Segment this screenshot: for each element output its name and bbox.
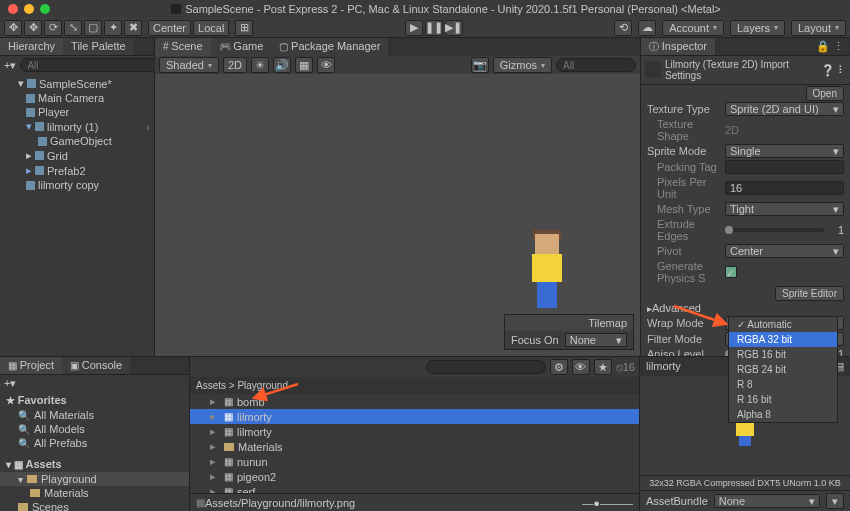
tilemap-overlay[interactable]: Tilemap Focus On None▾: [504, 314, 634, 350]
hidden-count: ⦸16: [616, 361, 635, 374]
shaded-dropdown[interactable]: Shaded: [159, 57, 219, 73]
tab-inspector[interactable]: ⓘ Inspector: [641, 38, 715, 55]
hierarchy-item[interactable]: lilmorty copy: [4, 178, 150, 192]
help-icon[interactable]: ❔ ⠇: [821, 64, 846, 77]
audio-toggle[interactable]: 🔊: [273, 57, 291, 73]
scale-tool-button[interactable]: ⤡: [64, 20, 82, 36]
tab-hierarchy[interactable]: Hierarchy: [0, 38, 63, 55]
asset-item[interactable]: ▦ pigeon2: [190, 469, 639, 484]
hierarchy-item[interactable]: ▸ Grid: [4, 148, 150, 163]
tab-scene[interactable]: # Scene: [155, 38, 211, 56]
rotate-tool-button[interactable]: ⟳: [44, 20, 62, 36]
extrude-slider[interactable]: [725, 228, 824, 232]
project-add-button[interactable]: +▾: [4, 377, 16, 390]
add-button[interactable]: +▾: [4, 59, 16, 72]
sprite-preview[interactable]: [525, 234, 569, 314]
assets-header[interactable]: ▾ ▦ Assets: [0, 456, 189, 472]
filter-icon[interactable]: ⚙: [550, 359, 568, 375]
folder-item[interactable]: ▾ Playground: [0, 472, 189, 486]
custom-tool-button[interactable]: ✖: [124, 20, 142, 36]
tab-tile-palette[interactable]: Tile Palette: [63, 38, 134, 55]
pivot-center-button[interactable]: Center: [148, 20, 191, 36]
transform-tool-button[interactable]: ✦: [104, 20, 122, 36]
snap-button[interactable]: ⊞: [235, 20, 253, 36]
hierarchy-item[interactable]: GameObject: [4, 134, 150, 148]
hand-tool-button[interactable]: ✥: [4, 20, 22, 36]
gen-physics-checkbox[interactable]: ✓: [725, 266, 737, 278]
step-button[interactable]: ▶❚: [445, 20, 463, 36]
tab-game[interactable]: 🎮 Game: [211, 38, 272, 56]
asset-item[interactable]: ▦ serf: [190, 484, 639, 493]
collab-button[interactable]: ⟲: [614, 20, 632, 36]
mesh-type-dropdown[interactable]: Tight▾: [725, 202, 844, 216]
assetbundle-variant-button[interactable]: ▾: [826, 493, 844, 509]
camera-button[interactable]: 📷: [471, 57, 489, 73]
format-option[interactable]: RGB 24 bit: [729, 362, 837, 377]
advanced-foldout[interactable]: ▸ Advanced: [641, 301, 850, 315]
hierarchy-item[interactable]: Main Camera: [4, 91, 150, 105]
tab-package-manager[interactable]: ▢ Package Manager: [271, 38, 388, 56]
gizmos-dropdown[interactable]: Gizmos: [493, 57, 552, 73]
asset-item[interactable]: ▦ bomb: [190, 394, 639, 409]
pivot-dropdown[interactable]: Center▾: [725, 244, 844, 258]
packing-tag-input[interactable]: [725, 160, 844, 174]
texture-type-dropdown[interactable]: Sprite (2D and UI)▾: [725, 102, 844, 116]
project-search[interactable]: [426, 360, 546, 374]
format-option[interactable]: RGB 16 bit: [729, 347, 837, 362]
ppu-input[interactable]: 16: [725, 181, 844, 195]
asset-item[interactable]: ▦ nunun: [190, 454, 639, 469]
hierarchy-search[interactable]: [20, 58, 161, 72]
visibility-icon[interactable]: 👁: [572, 359, 590, 375]
pause-button[interactable]: ❚❚: [425, 20, 443, 36]
focus-on-label: Focus On: [511, 334, 559, 346]
hierarchy-item[interactable]: ▾ lilmorty (1)›: [4, 119, 150, 134]
format-option[interactable]: Automatic: [729, 317, 837, 332]
folder-icon: [224, 443, 234, 451]
lighting-toggle[interactable]: ☀: [251, 57, 269, 73]
inspector-lock-icon[interactable]: 🔒 ⋮: [810, 38, 850, 55]
close-window-icon[interactable]: [8, 4, 18, 14]
favorite-item[interactable]: 🔍 All Materials: [0, 408, 189, 422]
gen-physics-label: Generate Physics S: [647, 260, 725, 284]
format-option[interactable]: Alpha 8: [729, 407, 837, 422]
rect-tool-button[interactable]: ▢: [84, 20, 102, 36]
scene-root[interactable]: ▾ SampleScene*: [4, 76, 150, 91]
assetbundle-label: AssetBundle: [646, 495, 708, 507]
breadcrumb[interactable]: Assets > Playground: [190, 377, 639, 394]
fx-toggle[interactable]: ▦: [295, 57, 313, 73]
focus-on-dropdown[interactable]: None▾: [565, 333, 627, 347]
maximize-window-icon[interactable]: [40, 4, 50, 14]
asset-item[interactable]: ▦ lilmorty: [190, 424, 639, 439]
folder-item[interactable]: Materials: [0, 486, 189, 500]
sprite-editor-button[interactable]: Sprite Editor: [775, 286, 844, 301]
play-button[interactable]: ▶: [405, 20, 423, 36]
format-option[interactable]: RGBA 32 bit: [729, 332, 837, 347]
scene-search[interactable]: [556, 58, 636, 72]
asset-item[interactable]: ▦ lilmorty: [190, 409, 639, 424]
layout-dropdown[interactable]: Layout: [791, 20, 846, 36]
sprite-mode-dropdown[interactable]: Single▾: [725, 144, 844, 158]
asset-item[interactable]: Materials: [190, 439, 639, 454]
hierarchy-item[interactable]: Player: [4, 105, 150, 119]
cloud-button[interactable]: ☁: [638, 20, 656, 36]
open-button[interactable]: Open: [806, 86, 844, 101]
move-tool-button[interactable]: ✥: [24, 20, 42, 36]
2d-toggle[interactable]: 2D: [223, 57, 247, 73]
account-dropdown[interactable]: Account: [662, 20, 724, 36]
scene-view[interactable]: Tilemap Focus On None▾: [155, 74, 640, 356]
favorite-icon[interactable]: ★: [594, 359, 612, 375]
minimize-window-icon[interactable]: [24, 4, 34, 14]
format-option[interactable]: R 16 bit: [729, 392, 837, 407]
folder-item[interactable]: Scenes: [0, 500, 189, 511]
pivot-local-button[interactable]: Local: [193, 20, 229, 36]
hierarchy-item[interactable]: ▸ Prefab2: [4, 163, 150, 178]
favorite-item[interactable]: 🔍 All Prefabs: [0, 436, 189, 450]
favorites-header[interactable]: ★ Favorites: [0, 392, 189, 408]
hidden-toggle[interactable]: 👁: [317, 57, 335, 73]
assetbundle-dropdown[interactable]: None▾: [714, 494, 820, 508]
format-option[interactable]: R 8: [729, 377, 837, 392]
tab-project[interactable]: ▦ Project: [0, 357, 62, 374]
tab-console[interactable]: ▣ Console: [62, 357, 130, 374]
layers-dropdown[interactable]: Layers: [730, 20, 785, 36]
favorite-item[interactable]: 🔍 All Models: [0, 422, 189, 436]
